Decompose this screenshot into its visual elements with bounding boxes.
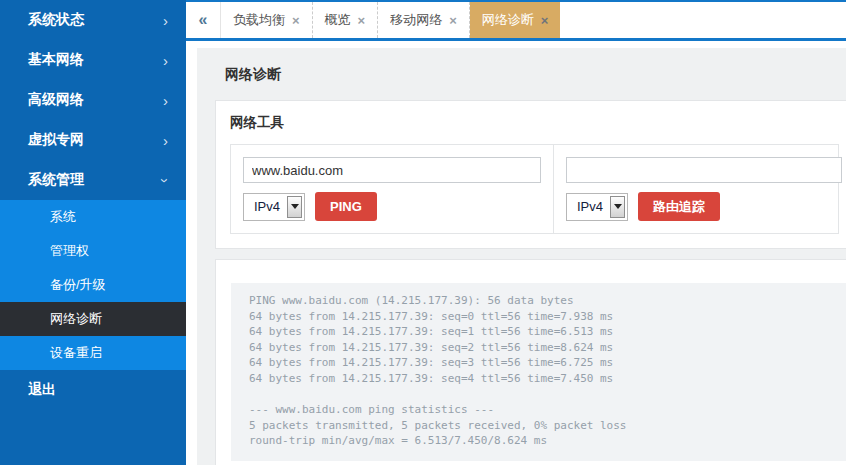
tab-overview[interactable]: 概览 × xyxy=(313,2,379,38)
content-wrapper: 网络诊断 网络工具 IPv4 PING xyxy=(197,48,846,465)
sidebar: 系统状态 › 基本网络 › 高级网络 › 虚拟专网 › 系统管理 › 系统 管理… xyxy=(0,0,186,465)
sidebar-subitem-label: 系统 xyxy=(50,208,76,226)
tab-label: 概览 xyxy=(325,11,351,29)
traceroute-ip-version-select[interactable]: IPv4 xyxy=(566,193,628,221)
selected-ip-version: IPv4 xyxy=(254,199,280,214)
traceroute-controls-row: IPv4 路由追踪 xyxy=(566,192,842,221)
chevron-right-icon: › xyxy=(163,93,168,108)
sidebar-item-label: 高级网络 xyxy=(28,91,84,109)
sidebar-item-logout[interactable]: 退出 xyxy=(0,370,186,410)
sidebar-item-vpn[interactable]: 虚拟专网 › xyxy=(0,120,186,160)
ping-output-console: PING www.baidu.com (14.215.177.39): 56 d… xyxy=(231,283,846,461)
chevron-down-icon: › xyxy=(158,178,173,183)
tab-label: 网络诊断 xyxy=(482,11,534,29)
content-area: 网络诊断 网络工具 IPv4 PING xyxy=(186,41,846,465)
ping-cell: IPv4 PING xyxy=(231,145,554,233)
chevron-right-icon: › xyxy=(163,133,168,148)
sidebar-subitem-label: 管理权 xyxy=(50,242,89,260)
traceroute-host-input[interactable] xyxy=(566,157,842,183)
ping-controls-row: IPv4 PING xyxy=(243,192,541,221)
tab-bar: « 负载均衡 × 概览 × 移动网络 × 网络诊断 × xyxy=(186,0,846,41)
sidebar-item-basic-network[interactable]: 基本网络 › xyxy=(0,40,186,80)
sidebar-subitem-network-diagnosis[interactable]: 网络诊断 xyxy=(0,302,186,336)
page-title: 网络诊断 xyxy=(225,66,846,84)
sidebar-item-label: 系统状态 xyxy=(28,11,84,29)
chevron-right-icon: › xyxy=(163,53,168,68)
tab-network-diagnosis[interactable]: 网络诊断 × xyxy=(470,2,561,38)
sidebar-subitem-label: 备份/升级 xyxy=(50,276,106,294)
sidebar-subitem-backup-upgrade[interactable]: 备份/升级 xyxy=(0,268,186,302)
tab-mobile-network[interactable]: 移动网络 × xyxy=(378,2,470,38)
tools-form-table: IPv4 PING IPv4 xyxy=(230,144,839,234)
sidebar-subitem-label: 设备重启 xyxy=(50,344,102,362)
sidebar-item-advanced-network[interactable]: 高级网络 › xyxy=(0,80,186,120)
main-area: « 负载均衡 × 概览 × 移动网络 × 网络诊断 × 网络诊断 网络工具 xyxy=(186,0,846,465)
close-icon[interactable]: × xyxy=(292,13,300,28)
sidebar-item-system-management[interactable]: 系统管理 › xyxy=(0,160,186,200)
diagnostic-output-panel: PING www.baidu.com (14.215.177.39): 56 d… xyxy=(215,259,846,465)
close-icon[interactable]: × xyxy=(449,13,457,28)
close-icon[interactable]: × xyxy=(358,13,366,28)
sidebar-item-label: 虚拟专网 xyxy=(28,131,84,149)
sidebar-item-label: 基本网络 xyxy=(28,51,84,69)
collapse-tabs-icon[interactable]: « xyxy=(186,2,221,38)
dropdown-arrow-icon xyxy=(287,196,302,218)
sidebar-subitem-label: 网络诊断 xyxy=(50,310,102,328)
ping-button[interactable]: PING xyxy=(315,192,377,221)
sidebar-item-label: 系统管理 xyxy=(28,171,84,189)
ping-host-input[interactable] xyxy=(243,157,541,183)
section-title: 网络工具 xyxy=(230,114,839,132)
sidebar-subitem-system[interactable]: 系统 xyxy=(0,200,186,234)
tab-label: 移动网络 xyxy=(390,11,442,29)
ping-ip-version-select[interactable]: IPv4 xyxy=(243,193,305,221)
tab-load-balance[interactable]: 负载均衡 × xyxy=(221,2,313,38)
traceroute-cell: IPv4 路由追踪 xyxy=(554,145,846,233)
sidebar-item-label: 退出 xyxy=(28,381,56,399)
sidebar-subitem-device-reboot[interactable]: 设备重启 xyxy=(0,336,186,370)
sidebar-item-system-status[interactable]: 系统状态 › xyxy=(0,0,186,40)
close-icon[interactable]: × xyxy=(541,13,549,28)
network-tools-panel: 网络工具 IPv4 PING xyxy=(215,100,846,249)
dropdown-arrow-icon xyxy=(610,196,625,218)
traceroute-button[interactable]: 路由追踪 xyxy=(638,192,720,221)
sidebar-submenu: 系统 管理权 备份/升级 网络诊断 设备重启 xyxy=(0,200,186,370)
tab-label: 负载均衡 xyxy=(233,11,285,29)
sidebar-subitem-admin-rights[interactable]: 管理权 xyxy=(0,234,186,268)
selected-ip-version: IPv4 xyxy=(577,199,603,214)
chevron-right-icon: › xyxy=(163,13,168,28)
